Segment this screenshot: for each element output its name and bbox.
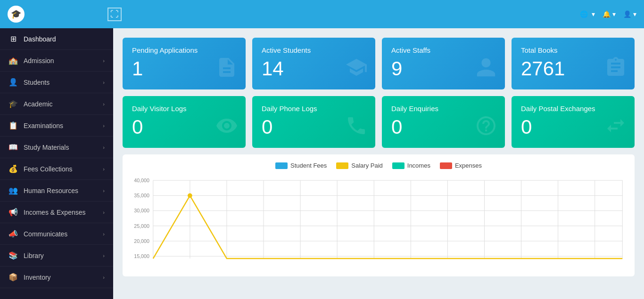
legend-label: Salary Paid — [351, 162, 382, 169]
sidebar-item-students[interactable]: 👤 Students › — [0, 72, 113, 93]
sidebar-icon-human-resources: 👥 — [8, 186, 18, 195]
stat-icon-pending-applications — [215, 56, 238, 84]
language-selector[interactable]: 🌐 ▾ — [580, 10, 595, 18]
stat-icon-daily-enquiries — [475, 114, 497, 142]
sidebar-icon-examinations: 📋 — [8, 121, 18, 130]
sidebar-arrow-communicates: › — [103, 231, 105, 237]
legend-item-expenses: Expenses — [440, 162, 482, 169]
stat-label-active-staffs: Active Staffs — [391, 46, 495, 54]
expand-icon[interactable]: ⛶ — [107, 8, 122, 21]
svg-text:20,000: 20,000 — [134, 238, 149, 244]
sidebar-icon-study-materials: 📖 — [8, 143, 18, 152]
app-body: ⊞ Dashboard 🏫 Admission › 👤 Students › 🎓… — [0, 28, 644, 299]
logo: 🎓 — [8, 6, 102, 23]
stat-label-daily-phone-logs: Daily Phone Logs — [262, 105, 366, 113]
sidebar-label-dashboard: Dashboard — [24, 35, 105, 43]
sidebar-arrow-library: › — [103, 253, 105, 259]
stat-card-active-staffs: Active Staffs 9 — [382, 38, 505, 89]
sidebar-label-academic: Academic — [24, 100, 97, 108]
stat-card-active-students: Active Students 14 — [252, 38, 375, 89]
stat-icon-daily-visitor-logs — [215, 114, 238, 142]
sidebar-label-fees-collections: Fees Collections — [24, 165, 97, 173]
sidebar-item-examinations[interactable]: 📋 Examinations › — [0, 115, 113, 137]
sidebar-item-dashboard[interactable]: ⊞ Dashboard — [0, 28, 113, 50]
sidebar: ⊞ Dashboard 🏫 Admission › 👤 Students › 🎓… — [0, 28, 113, 299]
chart-svg: 40,000 35,000 30,000 25,000 20,000 15,00… — [130, 175, 627, 269]
sidebar-item-human-resources[interactable]: 👥 Human Resources › — [0, 180, 113, 202]
legend-label: Student Fees — [290, 162, 327, 169]
sidebar-label-examinations: Examinations — [24, 122, 97, 129]
salary-peak-dot — [188, 193, 192, 198]
legend-item-salary-paid: Salary Paid — [336, 162, 382, 169]
sidebar-arrow-examinations: › — [103, 123, 105, 129]
sidebar-label-human-resources: Human Resources — [24, 187, 97, 194]
sidebar-item-communicates[interactable]: 📣 Communicates › — [0, 223, 113, 245]
sidebar-icon-incomes-expenses: 📢 — [8, 208, 18, 217]
legend-label: Incomes — [407, 162, 430, 169]
sidebar-item-study-materials[interactable]: 📖 Study Materials › — [0, 137, 113, 158]
legend-swatch — [336, 162, 348, 169]
sidebar-arrow-inventory: › — [103, 275, 105, 280]
topnav-right: 🌐 ▾ 🔔 ▾ 👤 ▾ — [580, 10, 636, 18]
stat-label-daily-visitor-logs: Daily Visitor Logs — [132, 105, 236, 113]
sidebar-icon-library: 📚 — [8, 251, 18, 260]
chart-wrapper: 40,000 35,000 30,000 25,000 20,000 15,00… — [130, 175, 627, 269]
sidebar-icon-dashboard: ⊞ — [8, 34, 18, 43]
stat-icon-active-staffs — [475, 56, 497, 84]
stat-icon-active-students — [345, 56, 368, 84]
stat-card-total-books: Total Books 2761 — [512, 38, 635, 89]
logo-icon: 🎓 — [8, 6, 25, 23]
topnav: 🎓 ⛶ 🌐 ▾ 🔔 ▾ 👤 ▾ — [0, 0, 644, 28]
lang-icon: 🌐 — [580, 10, 588, 18]
sidebar-item-academic[interactable]: 🎓 Academic › — [0, 93, 113, 115]
stat-label-active-students: Active Students — [262, 46, 366, 54]
notifications-button[interactable]: 🔔 ▾ — [603, 10, 616, 18]
sidebar-icon-academic: 🎓 — [8, 99, 18, 108]
sidebar-label-inventory: Inventory — [24, 274, 97, 281]
sidebar-icon-admission: 🏫 — [8, 56, 18, 65]
sidebar-arrow-admission: › — [103, 58, 105, 64]
stats-row-1: Pending Applications 1 Active Students 1… — [123, 38, 635, 89]
bell-chevron-icon: ▾ — [612, 10, 616, 18]
sidebar-item-admission[interactable]: 🏫 Admission › — [0, 50, 113, 72]
lang-chevron-icon: ▾ — [592, 10, 595, 18]
sidebar-label-communicates: Communicates — [24, 230, 97, 238]
sidebar-icon-fees-collections: 💰 — [8, 164, 18, 173]
sidebar-item-inventory[interactable]: 📦 Inventory › — [0, 267, 113, 288]
stats-row-2: Daily Visitor Logs 0 Daily Phone Logs 0 … — [123, 96, 635, 148]
svg-text:30,000: 30,000 — [134, 208, 149, 213]
legend-label: Expenses — [455, 162, 482, 169]
sidebar-item-library[interactable]: 📚 Library › — [0, 245, 113, 267]
stat-icon-daily-postal-exchanges — [604, 114, 627, 142]
legend-swatch — [392, 162, 405, 169]
user-chevron-icon: ▾ — [633, 10, 636, 18]
stat-card-daily-visitor-logs: Daily Visitor Logs 0 — [123, 96, 246, 148]
sidebar-arrow-academic: › — [103, 101, 105, 107]
stat-label-daily-enquiries: Daily Enquiries — [391, 105, 495, 113]
stat-icon-daily-phone-logs — [345, 114, 368, 142]
stat-card-pending-applications: Pending Applications 1 — [123, 38, 246, 89]
svg-text:40,000: 40,000 — [134, 178, 149, 183]
sidebar-arrow-students: › — [103, 80, 105, 85]
sidebar-label-study-materials: Study Materials — [24, 144, 97, 151]
svg-text:35,000: 35,000 — [134, 193, 149, 198]
svg-text:15,000: 15,000 — [134, 253, 149, 259]
user-menu[interactable]: 👤 ▾ — [623, 10, 636, 18]
main-content: Pending Applications 1 Active Students 1… — [113, 28, 644, 299]
stat-label-pending-applications: Pending Applications — [132, 46, 236, 54]
legend-item-incomes: Incomes — [392, 162, 430, 169]
salary-line — [153, 195, 622, 259]
sidebar-label-students: Students — [24, 79, 97, 86]
legend-swatch — [275, 162, 288, 169]
stat-label-total-books: Total Books — [521, 46, 625, 54]
sidebar-item-incomes-expenses[interactable]: 📢 Incomes & Expenses › — [0, 202, 113, 223]
sidebar-arrow-study-materials: › — [103, 145, 105, 150]
svg-text:25,000: 25,000 — [134, 223, 149, 229]
sidebar-label-admission: Admission — [24, 57, 97, 65]
sidebar-item-fees-collections[interactable]: 💰 Fees Collections › — [0, 158, 113, 180]
sidebar-label-incomes-expenses: Incomes & Expenses — [24, 209, 97, 216]
legend-item-student-fees: Student Fees — [275, 162, 327, 169]
legend-swatch — [440, 162, 452, 169]
stat-card-daily-phone-logs: Daily Phone Logs 0 — [252, 96, 375, 148]
sidebar-arrow-incomes-expenses: › — [103, 210, 105, 215]
